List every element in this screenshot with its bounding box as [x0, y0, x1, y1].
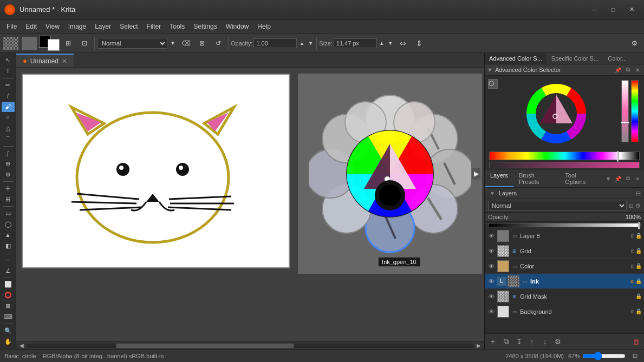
tool-rect-select[interactable]: ⬜ [2, 279, 15, 289]
menu-window[interactable]: Window [222, 22, 253, 31]
delete-layer-btn[interactable]: 🗑 [630, 335, 642, 347]
tool-clone[interactable]: ⊗ [2, 169, 15, 180]
tool-pointer[interactable]: ↖ [2, 55, 15, 65]
menu-filter[interactable]: Filter [142, 22, 166, 31]
size-up[interactable]: ▲ [378, 36, 386, 51]
settings-icon[interactable]: ⚙ [627, 36, 642, 51]
tool-gradient[interactable]: ◧ [2, 241, 15, 251]
right-color-wheel-svg[interactable] [524, 81, 589, 146]
menu-file[interactable]: File [2, 22, 21, 31]
layer-row-layer8[interactable]: 👁 ▭ Layer 8 α 🔒 [485, 228, 644, 243]
color-hue-strip[interactable] [489, 152, 640, 160]
size-down[interactable]: ▼ [387, 36, 394, 51]
tool-ellipse[interactable]: ○ [2, 113, 15, 123]
alpha-lock-button[interactable]: ⊠ [194, 36, 210, 51]
reset-button[interactable]: ↺ [211, 36, 226, 51]
tool-line[interactable]: / [2, 91, 15, 101]
mirror-v-button[interactable]: ⇕ [412, 36, 427, 51]
tool-transform2[interactable]: ⊞ [2, 194, 15, 205]
tool-zoom[interactable]: 🔍 [2, 326, 15, 336]
scroll-left-btn[interactable]: ◀ [16, 343, 27, 349]
menu-view[interactable]: View [41, 22, 64, 31]
layers-filter-btn[interactable]: ⊟ [636, 190, 641, 197]
menu-select[interactable]: Select [115, 22, 142, 31]
tool-calligraphy[interactable]: ∫ [2, 148, 15, 158]
layer-row-grid[interactable]: 👁 ⊞ Grid α 🔒 [485, 243, 644, 259]
canvas-tab-close[interactable]: ✕ [62, 57, 67, 65]
opacity-input[interactable] [253, 38, 297, 48]
color-alpha-strip[interactable] [489, 162, 640, 168]
expand-button[interactable]: ▶ [472, 168, 480, 180]
blend-mode-select[interactable]: Normal [97, 38, 167, 49]
adv-color-pin-btn[interactable]: 📌 [614, 65, 622, 74]
tab-color[interactable]: Color... [603, 53, 632, 64]
tool-freehand[interactable]: ✏ [2, 80, 15, 90]
tool-text[interactable]: T [2, 66, 15, 76]
tool-warp[interactable]: ⌨ [2, 312, 15, 322]
white-bar-thumb[interactable] [621, 122, 629, 123]
layer-row-background[interactable]: 👁 ▭ Background α 🔒 [485, 304, 644, 319]
erase-button[interactable]: ⌫ [178, 36, 193, 51]
layer-blend-select[interactable]: Normal [488, 201, 627, 210]
scroll-track-h[interactable] [27, 344, 473, 348]
tool-smart-patch[interactable]: ⊕ [2, 159, 15, 169]
background-color[interactable] [48, 39, 60, 51]
move-layer-down-btn[interactable]: ↓ [539, 335, 551, 347]
tool-ellipse-select[interactable]: ⭕ [2, 290, 15, 300]
layer-row-gridmask[interactable]: 👁 ⊞ Grid Mask 🔒 [485, 289, 644, 304]
fit-view-btn[interactable]: ⊡ [630, 351, 640, 361]
grid-eye[interactable]: 👁 [487, 247, 496, 255]
tool-fill[interactable]: ▲ [2, 230, 15, 240]
add-layer-btn[interactable]: + [487, 335, 499, 347]
gridmask-eye[interactable]: 👁 [487, 292, 496, 301]
layer-settings-icon[interactable]: ⚙ [635, 202, 641, 209]
tool-select-rect[interactable]: ▭ [2, 208, 15, 219]
canvas-tab[interactable]: ● Unnamed ✕ [16, 54, 74, 67]
layers-search-icon[interactable]: ▼ [488, 189, 497, 198]
minimize-button[interactable]: ─ [587, 4, 603, 16]
toggle-channels[interactable]: ⊞ [61, 36, 76, 51]
zoom-slider[interactable] [582, 352, 626, 360]
tool-flip[interactable]: ⊠ [2, 301, 15, 311]
opacity-down[interactable]: ▼ [307, 36, 314, 51]
opacity-up[interactable]: ▲ [298, 36, 305, 51]
hue-strip-indicator[interactable] [617, 151, 619, 162]
color-selector[interactable] [39, 36, 60, 51]
tool-brush[interactable]: 🖌 [2, 102, 15, 112]
tool-measure[interactable]: ─ [2, 255, 15, 265]
menu-tools[interactable]: Tools [165, 22, 189, 31]
menu-settings[interactable]: Settings [189, 22, 221, 31]
layer-opacity-slider[interactable] [488, 223, 641, 227]
adv-color-collapse-icon[interactable]: ▼ [487, 67, 493, 73]
opacity-slider-thumb[interactable] [638, 222, 640, 229]
color-white-bar[interactable] [621, 80, 629, 142]
mirror-h-button[interactable]: ⇔ [395, 36, 411, 51]
layer8-eye[interactable]: 👁 [487, 232, 496, 240]
tool-pan[interactable]: ✋ [2, 337, 15, 347]
layer-filter-icon[interactable]: ⊟ [629, 203, 633, 209]
tool-polygon[interactable]: △ [2, 123, 15, 134]
maximize-button[interactable]: □ [605, 4, 621, 16]
canvas-wrap[interactable]: ▶ Ink_gpen_10 ◀ ▶ [16, 68, 484, 349]
tool-path[interactable]: ⌒ [2, 134, 15, 144]
color-selector-icon[interactable]: ⬡ [488, 79, 498, 89]
close-button[interactable]: ✕ [623, 4, 640, 16]
duplicate-layer-btn[interactable]: ⧉ [500, 335, 512, 347]
layers-collapse-icon[interactable]: ▼ [604, 174, 613, 183]
adv-color-close-btn[interactable]: ✕ [633, 65, 642, 74]
canvas-scrollbar-h[interactable]: ◀ ▶ [16, 341, 484, 349]
move-layer-up-btn[interactable]: ↑ [526, 335, 538, 347]
menu-image[interactable]: Image [64, 22, 90, 31]
scroll-thumb-h[interactable] [116, 344, 295, 348]
tool-select-ellipse[interactable]: ◯ [2, 219, 15, 229]
noise-swatch[interactable] [21, 36, 38, 51]
merge-layer-btn[interactable]: ↧ [513, 335, 525, 347]
menu-edit[interactable]: Edit [21, 22, 41, 31]
tool-move[interactable]: ✛ [2, 183, 15, 194]
bg-eye[interactable]: 👁 [487, 307, 496, 316]
layers-close-icon[interactable]: ✕ [633, 174, 642, 183]
menu-layer[interactable]: Layer [90, 22, 115, 31]
adv-color-float-btn[interactable]: ⧉ [623, 65, 632, 74]
blend-dropdown-icon[interactable]: ▼ [168, 36, 177, 51]
scroll-right-btn[interactable]: ▶ [473, 343, 484, 349]
